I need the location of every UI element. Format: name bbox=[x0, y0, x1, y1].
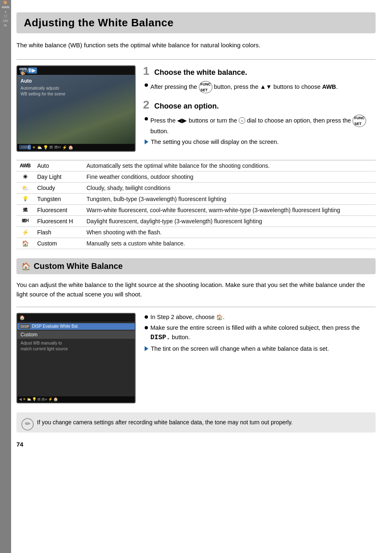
table-icon-custom: 🏠 bbox=[16, 238, 34, 249]
page-number: 74 bbox=[16, 441, 376, 448]
note-box: ✏ If you change camera settings after re… bbox=[16, 412, 376, 433]
table-name-fluorescent: Fluorescent bbox=[34, 205, 83, 216]
table-desc-custom: Manually sets a custom white balance. bbox=[83, 238, 376, 249]
table-row-custom: 🏠 Custom Manually sets a custom white ba… bbox=[16, 238, 376, 249]
camera2-disp-item: DISP DISP Evaluate White Bal. bbox=[17, 323, 135, 330]
table-name-fluorescent-h: Fluorescent H bbox=[34, 216, 83, 227]
table-row-fluorescent-h: 燃H Fluorescent H Daylight fluorescent, d… bbox=[16, 216, 376, 227]
table-icon-auto: AWB bbox=[16, 160, 34, 171]
custom-bullet-2: Make sure the entire screen is filled wi… bbox=[143, 324, 376, 342]
note-text: If you change camera settings after reco… bbox=[37, 419, 293, 426]
table-row-tungsten: 💡 Tungsten Tungsten, bulb-type (3-wavele… bbox=[16, 194, 376, 205]
table-icon-daylight: ☀ bbox=[16, 171, 34, 183]
table-icon-cloudy: ⛅ bbox=[16, 183, 34, 194]
table-name-auto: Auto bbox=[34, 160, 83, 171]
page-title: Adjusting the White Balance bbox=[16, 12, 376, 33]
step-2-bullet-1: Press the ◀▶ buttons or turn the ○ dial … bbox=[143, 115, 376, 136]
table-desc-fluorescent: Warm-white fluorescent, cool-white fluor… bbox=[83, 205, 376, 216]
table-desc-tungsten: Tungsten, bulb-type (3-wavelength) fluor… bbox=[83, 194, 376, 205]
table-row-fluorescent: 燃 Fluorescent Warm-white fluorescent, co… bbox=[16, 205, 376, 216]
step-2-bullet-2: The setting you chose will display on th… bbox=[143, 138, 376, 147]
camera-menu-item: Auto bbox=[21, 78, 32, 84]
func-set-btn: FUNCSET bbox=[199, 81, 212, 93]
steps-row: AWB▶ AWB 🎨 🔅 ± ☐ 120 4L Auto Automatical… bbox=[16, 65, 376, 153]
steps-content: 1 Choose the white balance. After pressi… bbox=[143, 65, 376, 153]
table-row-auto: AWB Auto Automatically sets the optimal … bbox=[16, 160, 376, 171]
camera2-desc: Adjust WB manually tomatch current light… bbox=[17, 340, 135, 353]
camera2-bottom-icons: ◀ ☀ ⛅ 💡 燃 燃H ⚡ 🏠 bbox=[17, 396, 135, 403]
table-icon-tungsten: 💡 bbox=[16, 194, 34, 205]
step-1-block: 1 Choose the white balance. After pressi… bbox=[143, 65, 376, 93]
custom-bullet-3: The tint on the screen will change when … bbox=[143, 345, 376, 354]
camera-bottom-icons: AWB ☀ ⛅ 💡 燃 燃H ⚡ 🏠 bbox=[17, 144, 135, 151]
camera-screen-2: 🏠 🎨 AWB ± ☐ 120 4L DISP DISP Evaluate Wh… bbox=[16, 313, 136, 403]
table-name-tungsten: Tungsten bbox=[34, 194, 83, 205]
custom-wb-bullets: In Step 2 above, choose 🏠. Make sure the… bbox=[143, 313, 376, 403]
table-desc-auto: Automatically sets the optimal white bal… bbox=[83, 160, 376, 171]
camera2-content: DISP DISP Evaluate White Bal. Custom Adj… bbox=[17, 322, 135, 396]
step-2-heading: Choose an option. bbox=[154, 102, 219, 111]
camera-sub-text: Automatically adjustsWB setting for the … bbox=[21, 86, 65, 97]
table-desc-flash: When shooting with the flash. bbox=[83, 227, 376, 238]
custom-bullet-1: In Step 2 above, choose 🏠. bbox=[143, 313, 376, 322]
table-row-flash: ⚡ Flash When shooting with the flash. bbox=[16, 227, 376, 238]
table-desc-fluorescent-h: Daylight fluorescent, daylight-type (3-w… bbox=[83, 216, 376, 227]
table-name-flash: Flash bbox=[34, 227, 83, 238]
intro-text: The white balance (WB) function sets the… bbox=[16, 41, 376, 50]
camera-screen-1: AWB▶ AWB 🎨 🔅 ± ☐ 120 4L Auto Automatical… bbox=[16, 65, 136, 152]
table-icon-flash: ⚡ bbox=[16, 227, 34, 238]
note-icon: ✏ bbox=[21, 418, 34, 430]
func-set-btn-2: FUNCSET bbox=[353, 115, 366, 127]
table-icon-fluorescent-h: 燃H bbox=[16, 216, 34, 227]
table-row-cloudy: ⛅ Cloudy Cloudy, shady, twilight conditi… bbox=[16, 183, 376, 194]
custom-wb-heading: 🏠 Custom White Balance bbox=[16, 258, 376, 274]
table-row-daylight: ☀ Day Light Fine weather conditions, out… bbox=[16, 171, 376, 183]
table-desc-cloudy: Cloudy, shady, twilight conditions bbox=[83, 183, 376, 194]
custom-wb-intro: You can adjust the white balance to the … bbox=[16, 280, 376, 299]
table-desc-daylight: Fine weather conditions, outdoor shootin… bbox=[83, 171, 376, 183]
custom-wb-icon: 🏠 bbox=[21, 262, 30, 271]
disp-button-label: DISP. bbox=[150, 334, 170, 341]
step-1-number: 1 bbox=[143, 65, 150, 77]
table-name-cloudy: Cloudy bbox=[34, 183, 83, 194]
table-icon-fluorescent: 燃 bbox=[16, 205, 34, 216]
step-2-block: 2 Choose an option. Press the ◀▶ buttons… bbox=[143, 99, 376, 147]
step-2-number: 2 bbox=[143, 99, 150, 111]
steps-row-2: 🏠 🎨 AWB ± ☐ 120 4L DISP DISP Evaluate Wh… bbox=[16, 313, 376, 403]
step-1-bullet-1: After pressing the FUNCSET button, press… bbox=[143, 81, 376, 93]
table-name-daylight: Day Light bbox=[34, 171, 83, 183]
table-name-custom: Custom bbox=[34, 238, 83, 249]
wb-table: AWB Auto Automatically sets the optimal … bbox=[16, 160, 376, 249]
step-1-heading: Choose the white balance. bbox=[154, 68, 247, 77]
camera2-option: Custom bbox=[17, 331, 135, 339]
